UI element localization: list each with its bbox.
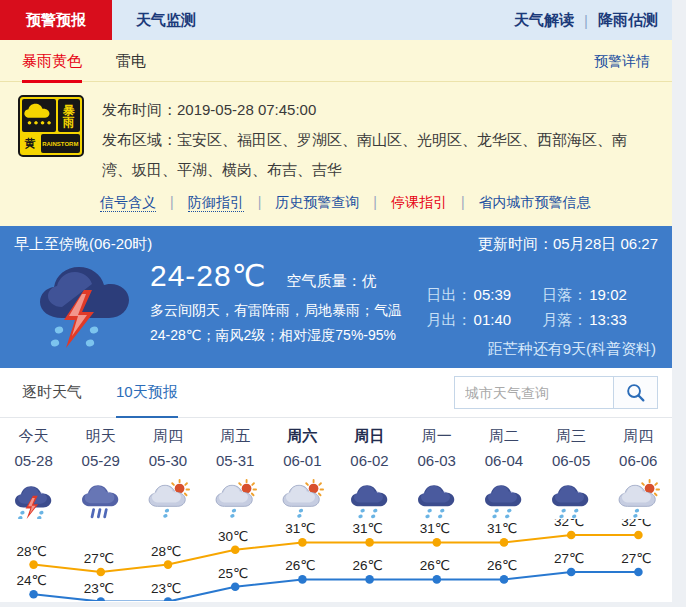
low-temp-point — [231, 583, 240, 592]
current-body-row: 24-28℃ 空气质量：优 多云间阴天，有雷阵雨，局地暴雨；气温24-28℃；南… — [14, 258, 658, 352]
warning-detail-link[interactable]: 预警详情 — [594, 53, 650, 81]
sun-moon-item: 月落：13:33 — [542, 311, 658, 330]
low-temp-label: 25℃ — [218, 566, 248, 581]
sun-moon-grid: 日出：05:39日落：19:02月出：01:40月落：13:33 — [427, 286, 658, 330]
forecast-day-label: 周三 — [538, 418, 605, 449]
low-temp-point — [29, 590, 38, 599]
sun-moon-label: 月出： — [427, 311, 472, 328]
sun-moon-value: 19:02 — [589, 286, 627, 303]
link-rainfall-estimate[interactable]: 降雨估测 — [598, 11, 658, 30]
warning-link[interactable]: 停课指引 — [391, 194, 447, 210]
sun-moon-label: 日出： — [427, 286, 472, 303]
heavy-rain-icon — [67, 473, 134, 519]
temperature-range: 24-28℃ — [150, 258, 266, 293]
low-temp-point — [433, 575, 442, 584]
high-temp-point — [97, 568, 106, 577]
temperature-chart: 28℃27℃28℃30℃31℃31℃31℃31℃32℃32℃24℃23℃23℃2… — [0, 519, 672, 605]
sun-moon-item: 日落：19:02 — [542, 286, 658, 305]
low-temp-line — [34, 572, 639, 601]
sun-moon-value: 05:39 — [474, 286, 512, 303]
forecast-date-label: 06-04 — [470, 449, 537, 473]
city-search — [454, 376, 658, 409]
rain-icon — [538, 473, 605, 519]
high-temp-point — [29, 560, 38, 569]
high-temp-label: 30℃ — [218, 529, 248, 544]
top-nav-links: 天气解读 | 降雨估测 — [514, 0, 672, 40]
link-separator: | — [170, 194, 174, 210]
high-temp-label: 31℃ — [353, 521, 383, 536]
rain-icon — [403, 473, 470, 519]
tab-lightning[interactable]: 雷电 — [116, 52, 146, 83]
tab-ten-day-forecast[interactable]: 10天预报 — [116, 368, 178, 418]
forecast-date-label: 06-06 — [605, 449, 672, 473]
sun-moon-label: 日落： — [542, 286, 587, 303]
warning-links: 信号含义|防御指引|历史预警查询|停课指引|省内城市预警信息 — [0, 185, 672, 212]
warning-link[interactable]: 历史预警查询 — [275, 194, 359, 210]
update-time-label: 更新时间： — [478, 235, 553, 252]
update-time: 更新时间：05月28日 06:27 — [478, 235, 658, 254]
forecast-tabs: 逐时天气 10天预报 — [0, 368, 672, 418]
air-quality: 空气质量：优 — [286, 272, 376, 291]
high-temp-point — [634, 531, 643, 540]
low-temp-label: 26℃ — [487, 558, 517, 573]
tab-warning-forecast[interactable]: 预警预报 — [0, 0, 112, 40]
low-temp-label: 23℃ — [151, 581, 181, 596]
forecast-date-label: 06-03 — [403, 449, 470, 473]
city-search-input[interactable] — [455, 377, 613, 408]
low-temp-label: 24℃ — [17, 573, 47, 588]
badge-level: 黄 — [22, 134, 39, 153]
warning-link[interactable]: 防御指引 — [188, 194, 244, 212]
air-quality-label: 空气质量： — [286, 272, 361, 289]
forecast-card: 逐时天气 10天预报 今天明天周四周五周六周日周一周二周三周四 05-2805-… — [0, 368, 672, 602]
sun-shower-icon — [605, 473, 672, 519]
search-button[interactable] — [613, 377, 657, 408]
publish-area-value: 宝安区、福田区、罗湖区、南山区、光明区、龙华区、西部海区、南湾、坂田、平湖、横岗… — [102, 131, 627, 178]
forecast-day-label: 周四 — [605, 418, 672, 449]
tab-rainstorm-yellow[interactable]: 暴雨黄色 — [22, 52, 82, 83]
low-temp-point — [97, 597, 106, 601]
high-temp-point — [164, 560, 173, 569]
warning-link[interactable]: 省内城市预警信息 — [479, 194, 591, 210]
high-temp-label: 28℃ — [151, 544, 181, 559]
rain-icon — [336, 473, 403, 519]
high-temp-label: 31℃ — [285, 521, 315, 536]
high-temp-label: 32℃ — [621, 519, 651, 529]
publish-area-row: 发布区域：宝安区、福田区、罗湖区、南山区、光明区、龙华区、西部海区、南湾、坂田、… — [102, 125, 654, 185]
low-temp-label: 27℃ — [554, 551, 584, 566]
tab-weather-monitor[interactable]: 天气监测 — [112, 0, 220, 40]
high-temp-label: 31℃ — [420, 521, 450, 536]
sun-moon-item: 月出：01:40 — [427, 311, 543, 330]
sun-moon-label: 月落： — [542, 311, 587, 328]
forecast-day-label: 周二 — [470, 418, 537, 449]
current-header-row: 早上至傍晚(06-20时) 更新时间：05月28日 06:27 — [14, 235, 658, 254]
badge-top-row: 暴雨 — [22, 99, 80, 132]
temperature-chart-svg: 28℃27℃28℃30℃31℃31℃31℃31℃32℃32℃24℃23℃23℃2… — [0, 519, 672, 601]
badge-english: RAINSTORM — [41, 134, 80, 153]
temperature-line: 24-28℃ 空气质量：优 — [150, 258, 413, 293]
low-temp-point — [298, 575, 307, 584]
high-temp-point — [365, 538, 374, 547]
link-weather-interpretation[interactable]: 天气解读 — [514, 11, 574, 30]
publish-area-label: 发布区域： — [102, 131, 177, 148]
badge-cloud-icon — [22, 99, 56, 132]
low-temp-point — [567, 568, 576, 577]
forecast-day-label: 周四 — [134, 418, 201, 449]
current-weather-panel: 早上至傍晚(06-20时) 更新时间：05月28日 06:27 24-28℃ — [0, 226, 672, 368]
sun-moon-value: 13:33 — [589, 311, 627, 328]
low-temp-label: 26℃ — [420, 558, 450, 573]
tab-hourly-weather[interactable]: 逐时天气 — [22, 368, 82, 418]
low-temp-point — [164, 597, 173, 601]
forecast-date-label: 06-01 — [269, 449, 336, 473]
high-temp-point — [500, 538, 509, 547]
high-temp-point — [298, 538, 307, 547]
sun-moon-value: 01:40 — [474, 311, 512, 328]
link-separator: | — [373, 194, 377, 210]
high-temp-line — [34, 535, 639, 572]
forecast-date-label: 05-30 — [134, 449, 201, 473]
low-temp-label: 26℃ — [353, 558, 383, 573]
high-temp-point — [231, 546, 240, 555]
link-separator: | — [461, 194, 465, 210]
warning-link[interactable]: 信号含义 — [100, 194, 156, 212]
rainstorm-yellow-warning-icon: 暴雨 黄 RAINSTORM — [18, 95, 84, 157]
solar-term-note[interactable]: 距芒种还有9天(科普资料) — [488, 340, 656, 359]
